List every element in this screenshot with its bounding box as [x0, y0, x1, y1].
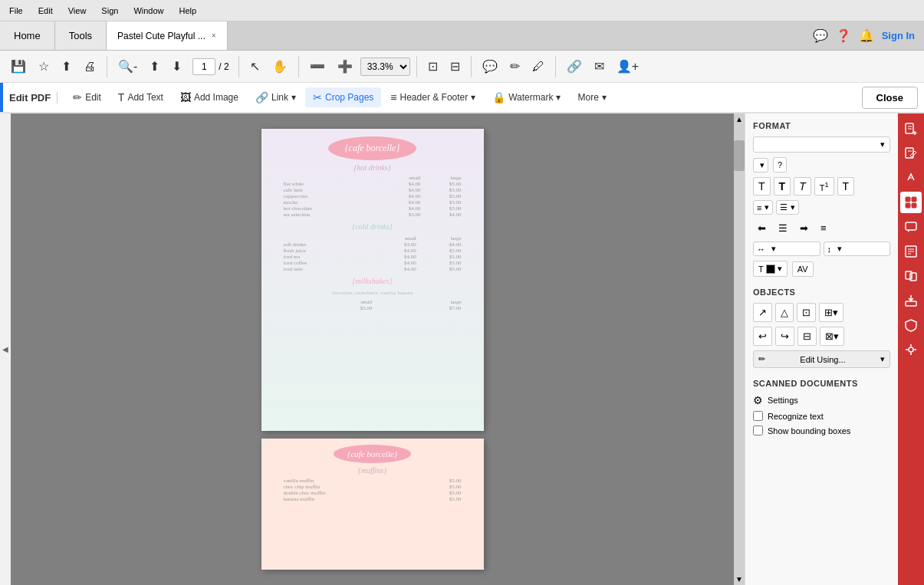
strip-organize-icon[interactable] [900, 265, 922, 287]
tab-document[interactable]: Pastel Cute Playful ... × [107, 21, 228, 50]
add-image-button[interactable]: 🖼 Add Image [173, 87, 246, 107]
obj-redo-btn[interactable]: ↪ [775, 327, 794, 346]
file-menu[interactable]: File [6, 5, 26, 17]
left-panel-toggle[interactable]: ◀ [0, 113, 11, 585]
scrollbar-thumb[interactable] [734, 140, 745, 171]
tab-tools[interactable]: Tools [55, 21, 107, 50]
strip-pdf-edit-icon[interactable] [900, 143, 922, 164]
strip-protect-icon[interactable] [900, 314, 922, 336]
char-spacing-dropdown[interactable]: ↔ ▾ [753, 242, 820, 256]
view-menu[interactable]: View [65, 5, 90, 17]
link-edit-label: Link [271, 92, 288, 103]
strip-highlight-icon[interactable] [900, 167, 922, 189]
bookmark-button[interactable]: ☆ [34, 57, 54, 76]
page-up-button[interactable]: ⬆ [145, 57, 164, 76]
line-spacing-dropdown[interactable]: ↕ ▾ [824, 242, 891, 256]
text-size-av-button[interactable]: AV [792, 261, 814, 277]
text-italic-btn[interactable]: T [794, 177, 811, 196]
add-text-button[interactable]: T Add Text [110, 87, 171, 107]
strip-form-icon[interactable] [900, 241, 922, 262]
strip-comment-icon[interactable] [900, 216, 922, 238]
edit-using-dropdown[interactable]: ✏ Edit Using... ▾ [753, 350, 890, 368]
settings-row[interactable]: ⚙ Settings [753, 394, 890, 406]
toolbar-divider-1 [107, 56, 107, 77]
edit-text-button[interactable]: ✏ Edit [65, 87, 109, 107]
link-toolbar-button[interactable]: 🔗 [562, 57, 587, 76]
watermark-button[interactable]: 🔒 Watermark ▾ [485, 87, 568, 107]
recognize-text-row: Recognize text [753, 411, 890, 421]
close-tab-icon[interactable]: × [212, 31, 216, 40]
email-button[interactable]: ✉ [590, 57, 609, 76]
align-right-button[interactable]: ➡ [795, 219, 813, 237]
bullet-list-dropdown[interactable]: ≡ ▾ [753, 200, 773, 215]
obj-group-btn[interactable]: ⊠▾ [820, 327, 844, 346]
hand-icon: ✋ [272, 59, 288, 74]
scanned-docs-header: SCANNED DOCUMENTS [753, 379, 890, 388]
align-justify-button[interactable]: ≡ [816, 219, 831, 237]
comment-icon[interactable]: 💬 [813, 28, 828, 43]
align-left-button[interactable]: ⬅ [753, 219, 771, 237]
draw-button[interactable]: ✏ [505, 57, 524, 76]
current-page-input[interactable] [192, 58, 215, 75]
comment-toolbar-button[interactable]: 💬 [478, 57, 502, 76]
strip-active-icon[interactable] [900, 192, 922, 213]
align-center-button[interactable]: ☰ [774, 219, 792, 237]
help-icon[interactable]: ❓ [836, 28, 851, 43]
obj-triangle-btn[interactable]: △ [775, 303, 794, 322]
print-button[interactable]: 🖨 [79, 58, 100, 76]
header-footer-button[interactable]: ≡ Header & Footer ▾ [383, 87, 483, 107]
cursor-button[interactable]: ↖ [245, 57, 265, 76]
zoom-in-button[interactable]: ➕ [333, 57, 357, 76]
edit-using-label: Edit Using... [800, 355, 845, 364]
zoom-out2-button[interactable]: ➖ [305, 57, 330, 76]
font-question-btn[interactable]: ? [773, 157, 787, 173]
scroll-up-button[interactable]: ▲ [734, 113, 745, 125]
show-bounding-checkbox[interactable] [753, 426, 763, 435]
zoom-out-button[interactable]: 🔍- [113, 57, 142, 76]
select-text-button[interactable]: ⊟ [446, 57, 465, 76]
numbered-list-dropdown[interactable]: ☰ ▾ [776, 200, 799, 215]
text-mono-btn[interactable]: T [837, 177, 854, 196]
highlight-button[interactable]: 🖊 [528, 58, 549, 76]
canvas-area[interactable]: ◀ {cafe borcelle} {hot drinks} small [0, 113, 745, 585]
obj-arrow-btn[interactable]: ↗ [753, 303, 772, 322]
link-edit-button[interactable]: 🔗 Link ▾ [248, 87, 304, 107]
save-button[interactable]: 💾 [6, 57, 31, 76]
strip-export-icon[interactable] [900, 290, 922, 311]
format-font-dropdown[interactable]: ▾ [753, 136, 890, 153]
pdf-canvas[interactable]: {cafe borcelle} {hot drinks} small large… [11, 113, 734, 585]
scroll-down-button[interactable]: ▼ [734, 573, 745, 585]
text-color-button[interactable]: T ▾ [753, 261, 788, 277]
more-button[interactable]: More ▾ [570, 88, 613, 107]
sign-menu[interactable]: Sign [98, 5, 121, 17]
obj-undo-btn[interactable]: ↩ [753, 327, 772, 346]
edit-using-chevron: ▾ [880, 354, 885, 364]
hand-button[interactable]: ✋ [268, 57, 292, 76]
close-button[interactable]: Close [862, 87, 918, 109]
obj-copy-btn[interactable]: ⊟ [797, 327, 817, 346]
notification-icon[interactable]: 🔔 [859, 28, 874, 43]
crop-pages-button[interactable]: ✂ Crop Pages [305, 87, 381, 107]
sign-in-button[interactable]: Sign In [882, 30, 915, 41]
page-down-button[interactable]: ⬇ [167, 57, 186, 76]
help-menu[interactable]: Help [176, 5, 200, 17]
watermark-icon: 🔒 [492, 91, 505, 104]
upload-button[interactable]: ⬆ [57, 57, 76, 76]
svg-rect-8 [906, 197, 910, 202]
zoom-select[interactable]: 33.3% 50% 75% 100% [360, 58, 410, 76]
text-superscript-btn[interactable]: T1 [814, 177, 834, 196]
edit-menu[interactable]: Edit [35, 5, 56, 17]
fit-page-button[interactable]: ⊡ [423, 57, 442, 76]
strip-pdf-plus-icon[interactable] [900, 118, 922, 140]
window-menu[interactable]: Window [130, 5, 166, 17]
font-size-dropdown[interactable]: ▾ [753, 158, 768, 173]
text-bold-btn[interactable]: T [774, 177, 791, 196]
canvas-scrollbar[interactable]: ▲ ▼ [734, 113, 745, 585]
obj-align-btn[interactable]: ⊞▾ [819, 303, 843, 322]
share-button[interactable]: 👤+ [612, 57, 643, 76]
strip-tools-icon[interactable] [900, 339, 922, 360]
obj-crop-btn[interactable]: ⊡ [797, 303, 816, 322]
tab-home[interactable]: Home [0, 21, 55, 50]
text-normal-btn[interactable]: T [753, 177, 771, 196]
recognize-text-checkbox[interactable] [753, 411, 763, 421]
